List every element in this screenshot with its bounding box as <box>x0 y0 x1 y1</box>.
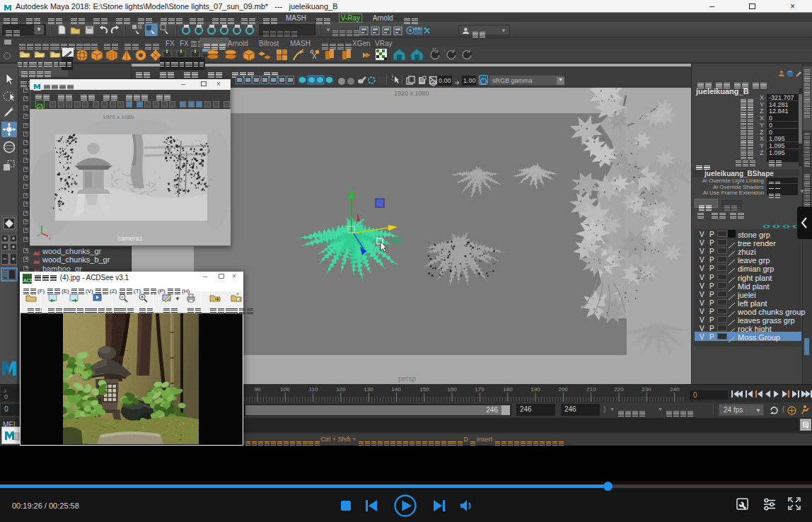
svg-text:camera1: camera1 <box>117 235 142 242</box>
svg-text:ACD: ACD <box>23 278 32 283</box>
svg-text:x: x <box>49 236 51 240</box>
svg-text:1920 x 1080: 1920 x 1080 <box>103 114 134 120</box>
